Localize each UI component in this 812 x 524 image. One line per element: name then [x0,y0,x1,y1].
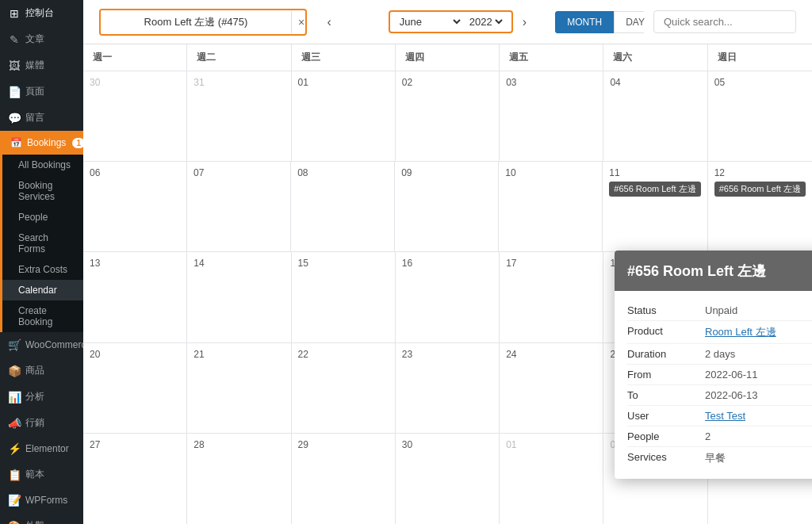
popup-row-from: From 2022-06-11 [627,365,812,385]
sidebar-item-appearance[interactable]: 🎨 外觀 [0,513,83,524]
calendar-cell[interactable]: 05 [708,71,812,161]
calendar-cell[interactable]: 01 [292,71,396,161]
booking-tag[interactable]: #656 Room Left 左邊 [609,182,700,197]
submenu-booking-services[interactable]: Booking Services [2,175,83,207]
woocommerce-icon: 🛒 [8,338,21,351]
month-view-button[interactable]: MONTH [555,11,614,33]
elementor-icon: ⚡ [8,442,21,455]
quick-search-input[interactable] [653,10,796,33]
calendar-cell[interactable]: 21 [187,343,291,433]
next-month-button[interactable]: › [518,13,531,31]
sidebar-item-elementor[interactable]: ⚡ Elementor [0,436,83,461]
sidebar: ⊞ 控制台 ✎ 文章 🖼 媒體 📄 頁面 💬 留言 📅 Bookings 1 A… [0,0,83,524]
calendar-cell[interactable]: 09 [395,162,499,251]
popup-row-people: People 2 [627,426,812,447]
popup-value-status: Unpaid [705,304,812,316]
bookings-menu-header[interactable]: 📅 Bookings 1 [2,131,83,155]
prev-month-button[interactable]: ‹ [323,13,336,31]
calendar-cell-11[interactable]: 11 #656 Room Left 左邊 [603,162,707,251]
sidebar-item-dashboard[interactable]: ⊞ 控制台 [0,0,83,26]
calendar-cell[interactable]: 30 [396,434,500,524]
calendar-cell[interactable]: 31 [187,71,291,161]
popup-row-product: Product Room Left 左邊 [627,321,812,344]
popup-label-user: User [627,410,699,422]
header-sun: 週日 [708,44,812,71]
pages-icon: 📄 [8,86,21,98]
calendar-cell[interactable]: 30 [83,71,187,161]
sidebar-item-media[interactable]: 🖼 媒體 [0,52,83,78]
calendar-week-1: 30 31 01 02 03 04 05 [83,71,812,162]
calendar-cell[interactable]: 08 [291,162,395,251]
bookings-badge: 1 [72,138,83,148]
booking-popup: #656 Room Left 左邊 ✎ ✕ Status Unpaid Prod… [615,251,812,479]
calendar-cell[interactable]: 29 [292,434,396,524]
submenu-people[interactable]: People [2,207,83,228]
popup-row-status: Status Unpaid [627,300,812,321]
sidebar-item-marketing[interactable]: 📣 行銷 [0,410,83,436]
popup-label-duration: Duration [627,348,699,360]
month-select[interactable]: JanuaryFebruaryMarch AprilMayJune JulyAu… [396,15,463,29]
calendar-cell[interactable]: 01 [500,434,603,524]
calendar-cell[interactable]: 14 [187,252,291,342]
calendar-nav: ‹ JanuaryFebruaryMarch AprilMayJune July… [323,10,532,33]
calendar-cell[interactable]: 04 [603,71,707,161]
analytics-icon: 📊 [8,391,21,404]
calendar-cell[interactable]: 24 [500,343,603,433]
calendar-cell-12[interactable]: 12 #656 Room Left 左邊 [708,162,812,251]
submenu-calendar[interactable]: Calendar [2,280,83,300]
calendar-cell[interactable]: 28 [187,434,291,524]
calendar-cell[interactable]: 27 [83,434,187,524]
submenu-all-bookings[interactable]: All Bookings [2,155,83,175]
sidebar-item-wpforms[interactable]: 📝 WPForms [0,488,83,513]
submenu-extra-costs[interactable]: Extra Costs [2,259,83,280]
submenu-search-forms[interactable]: Search Forms [2,228,83,259]
popup-header: #656 Room Left 左邊 ✎ ✕ [615,251,812,291]
header-fri: 週五 [500,44,603,71]
room-selector[interactable]: Room Left 左邊 (#475) × ▾ [99,9,307,36]
sidebar-item-analytics[interactable]: 📊 分析 [0,384,83,410]
calendar-cell[interactable]: 13 [83,252,187,342]
dashboard-icon: ⊞ [8,7,21,20]
popup-value-product[interactable]: Room Left 左邊 [705,325,812,339]
sidebar-item-pages[interactable]: 📄 頁面 [0,78,83,105]
sidebar-item-posts[interactable]: ✎ 文章 [0,26,83,52]
marketing-icon: 📣 [8,417,21,430]
room-selector-text: Room Left 左邊 (#475) [101,10,291,34]
day-view-button[interactable]: DAY [614,11,645,33]
templates-icon: 📋 [8,469,21,481]
calendar-cell[interactable]: 06 [83,162,187,251]
sidebar-item-templates[interactable]: 📋 範本 [0,461,83,488]
calendar-cell[interactable]: 02 [396,71,500,161]
wpforms-icon: 📝 [8,494,21,507]
year-select[interactable]: 2020202120222023 [466,15,505,29]
popup-label-product: Product [627,325,699,339]
popup-row-services: Services 早餐 [627,447,812,469]
submenu-create-booking[interactable]: Create Booking [2,300,83,332]
popup-value-duration: 2 days [705,348,812,360]
sidebar-item-products[interactable]: 📦 商品 [0,358,83,384]
popup-label-people: People [627,430,699,442]
month-year-selector: JanuaryFebruaryMarch AprilMayJune JulyAu… [389,10,513,33]
sidebar-item-woocommerce[interactable]: 🛒 WooCommerce [0,332,83,358]
calendar-cell[interactable]: 22 [292,343,396,433]
booking-tag[interactable]: #656 Room Left 左邊 [714,182,806,197]
calendar-area: 週一 週二 週三 週四 週五 週六 週日 30 31 01 02 03 04 0… [83,44,812,524]
calendar-cell[interactable]: 23 [396,343,500,433]
sidebar-item-comments[interactable]: 💬 留言 [0,105,83,131]
popup-value-user[interactable]: Test Test [705,410,812,422]
popup-value-services: 早餐 [705,451,812,465]
calendar-cell[interactable]: 20 [83,343,187,433]
calendar-cell[interactable]: 07 [187,162,291,251]
calendar-cell[interactable]: 16 [396,252,500,342]
popup-label-status: Status [627,304,699,316]
popup-row-duration: Duration 2 days [627,344,812,365]
calendar-cell[interactable]: 03 [500,71,603,161]
header-thu: 週四 [396,44,500,71]
room-clear-button[interactable]: × [291,11,307,33]
appearance-icon: 🎨 [8,520,21,525]
calendar-cell[interactable]: 17 [500,252,603,342]
products-icon: 📦 [8,365,21,377]
calendar-cell[interactable]: 10 [499,162,603,251]
bookings-icon: 📅 [10,137,22,148]
calendar-cell[interactable]: 15 [292,252,396,342]
